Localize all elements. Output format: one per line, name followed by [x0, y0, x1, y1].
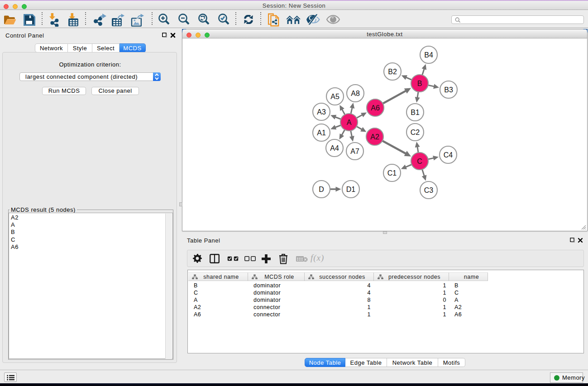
svg-text:A3: A3 [317, 108, 326, 116]
svg-text:C4: C4 [444, 151, 453, 159]
svg-text:A2: A2 [370, 133, 379, 141]
svg-text:A8: A8 [351, 90, 360, 97]
svg-text:C: C [417, 157, 422, 165]
svg-text:A5: A5 [330, 93, 339, 100]
svg-text:A1: A1 [317, 129, 326, 137]
svg-text:B: B [417, 80, 422, 87]
svg-text:B4: B4 [424, 51, 433, 59]
svg-text:C2: C2 [411, 129, 420, 136]
svg-text:A4: A4 [330, 144, 339, 152]
svg-text:D: D [319, 186, 324, 193]
svg-text:A6: A6 [371, 104, 380, 112]
svg-text:B1: B1 [411, 109, 420, 116]
svg-text:B2: B2 [388, 68, 397, 76]
svg-text:D1: D1 [346, 186, 356, 193]
svg-text:C1: C1 [387, 169, 397, 177]
svg-text:C3: C3 [424, 186, 434, 194]
svg-text:B3: B3 [444, 86, 453, 94]
svg-text:A7: A7 [350, 148, 359, 155]
svg-text:A: A [347, 119, 352, 126]
